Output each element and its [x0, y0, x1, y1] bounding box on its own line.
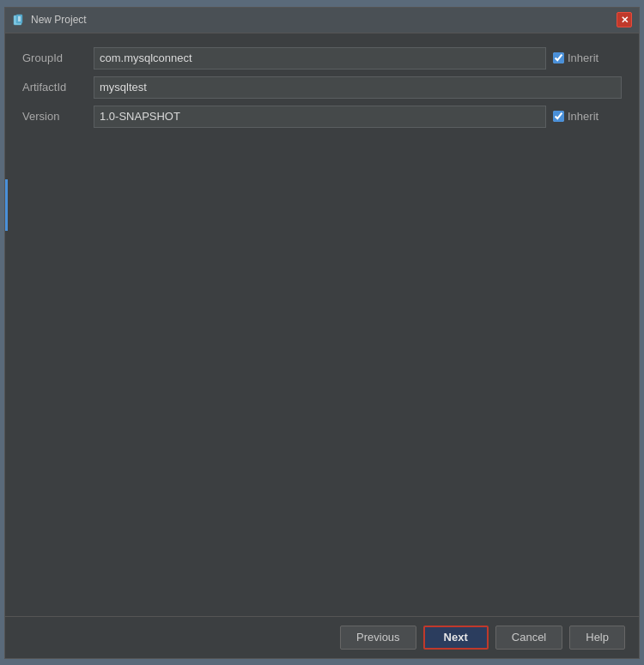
cancel-button[interactable]: Cancel — [495, 626, 562, 650]
dialog-content: GroupId Inherit ArtifactId Version Inher… — [5, 33, 639, 616]
artifactid-row: ArtifactId — [22, 76, 622, 99]
version-inherit-label: Inherit — [553, 110, 622, 123]
version-row: Version Inherit — [22, 106, 622, 128]
form-area: GroupId Inherit ArtifactId Version Inher… — [22, 47, 622, 128]
next-button[interactable]: Next — [423, 626, 489, 650]
dialog-title: New Project — [31, 14, 87, 26]
version-inherit-text: Inherit — [568, 110, 598, 123]
groupid-label: GroupId — [22, 51, 87, 64]
new-project-icon — [12, 13, 26, 27]
button-bar: Previous Next Cancel Help — [5, 616, 639, 658]
artifactid-input[interactable] — [94, 76, 622, 99]
previous-button[interactable]: Previous — [340, 626, 416, 650]
help-button[interactable]: Help — [569, 626, 625, 650]
groupid-row: GroupId Inherit — [22, 47, 622, 70]
groupid-inherit-label: Inherit — [553, 51, 622, 64]
close-button[interactable]: ✕ — [617, 12, 632, 27]
groupid-inherit-text: Inherit — [568, 51, 598, 64]
title-bar: New Project ✕ — [5, 8, 639, 33]
version-label: Version — [22, 110, 87, 123]
groupid-inherit-checkbox[interactable] — [553, 52, 564, 63]
artifactid-label: ArtifactId — [22, 81, 87, 94]
version-input[interactable] — [94, 106, 546, 128]
left-accent-bar — [5, 179, 8, 231]
close-icon: ✕ — [621, 15, 629, 26]
groupid-input[interactable] — [94, 47, 546, 70]
dialog-window: New Project ✕ GroupId Inherit ArtifactId — [4, 7, 640, 659]
version-inherit-checkbox[interactable] — [553, 111, 564, 122]
title-bar-left: New Project — [12, 13, 87, 27]
